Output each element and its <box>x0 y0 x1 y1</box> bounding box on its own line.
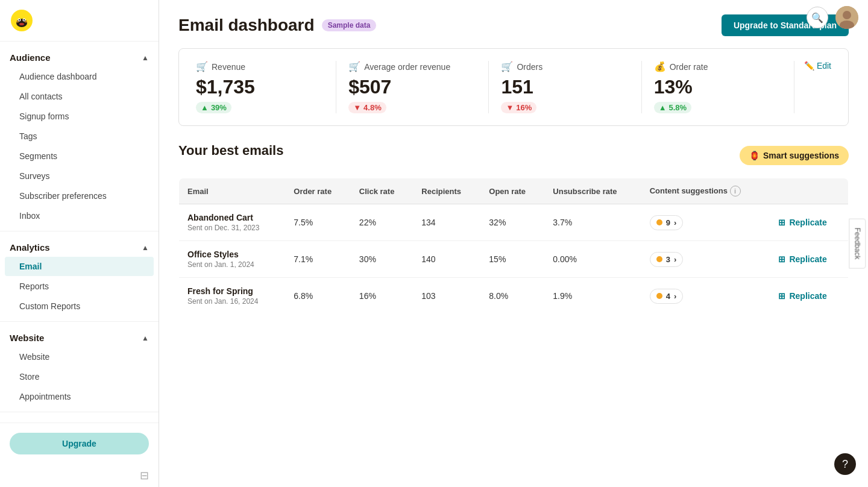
audience-item-segments[interactable]: Segments <box>5 146 154 166</box>
suggestion-count-1: 3 <box>666 255 670 264</box>
arrow-down-orders-icon: ▼ <box>506 103 514 112</box>
upgrade-button[interactable]: Upgrade <box>10 433 149 454</box>
replicate-button-0[interactable]: ⊞ Replicate <box>778 218 826 227</box>
collapse-icon[interactable]: ⊟ <box>140 469 149 482</box>
audience-section-title: Audience <box>10 52 51 63</box>
best-emails-header: Your best emails 🏮 Smart suggestions <box>178 143 849 168</box>
open-rate-2: 8.0% <box>480 278 544 315</box>
chevron-up-icon: ▲ <box>142 54 149 62</box>
smart-suggestions-button[interactable]: 🏮 Smart suggestions <box>740 146 849 165</box>
col-header-recipients: Recipients <box>413 178 480 204</box>
stat-revenue-change: ▲ 39% <box>196 102 231 113</box>
avatar[interactable] <box>835 6 858 29</box>
col-header-actions <box>770 178 848 204</box>
click-rate-2: 16% <box>351 278 413 315</box>
stat-order-rate: 💰 Order rate 13% ▲ 5.8% <box>642 61 794 113</box>
suggestions-container-1: 3 › <box>650 252 762 267</box>
stat-orders: 🛒 Orders 151 ▼ 16% <box>489 61 641 113</box>
sidebar-analytics-header[interactable]: Analytics ▲ <box>0 236 159 256</box>
audience-item-inbox[interactable]: Inbox <box>5 206 154 225</box>
stat-orders-value: 151 <box>501 76 629 98</box>
audience-item-all-contacts[interactable]: All contacts <box>5 87 154 106</box>
unsubscribe-rate-2: 1.9% <box>544 278 641 315</box>
col-header-content-suggestions: Content suggestions i <box>641 178 770 204</box>
suggestion-badge-0[interactable]: 9 › <box>650 215 684 230</box>
best-emails-title: Your best emails <box>178 143 283 159</box>
email-date-1: Sent on Jan. 1, 2024 <box>187 260 277 269</box>
suggestion-badge-1[interactable]: 3 › <box>650 252 684 267</box>
sidebar-audience-header[interactable]: Audience ▲ <box>0 46 159 66</box>
recipients-2: 103 <box>413 278 480 315</box>
website-item-appointments[interactable]: Appointments <box>5 387 154 406</box>
svg-point-4 <box>19 19 20 20</box>
dashboard-header: Email dashboard Sample data Upgrade to S… <box>178 14 849 36</box>
sample-data-badge: Sample data <box>322 19 377 31</box>
open-rate-0: 32% <box>480 204 544 241</box>
email-date-0: Sent on Dec. 31, 2023 <box>187 224 277 232</box>
replicate-icon-1: ⊞ <box>778 254 785 264</box>
open-rate-1: 15% <box>480 241 544 278</box>
click-rate-1: 30% <box>351 241 413 278</box>
sidebar-bottom: Upgrade <box>0 423 159 464</box>
help-button[interactable]: ? <box>834 453 856 475</box>
table-row: Fresh for Spring Sent on Jan. 16, 2024 6… <box>179 278 849 315</box>
search-button[interactable]: 🔍 <box>807 7 828 28</box>
stat-order-rate-label: Order rate <box>670 62 708 72</box>
chevron-right-1-icon: › <box>674 255 676 264</box>
stat-orders-change: ▼ 16% <box>501 102 536 113</box>
audience-item-signup-forms[interactable]: Signup forms <box>5 107 154 126</box>
email-cell-1: Office Styles Sent on Jan. 1, 2024 <box>179 241 286 278</box>
analytics-item-email[interactable]: Email <box>5 257 154 276</box>
table-row: Abandoned Cart Sent on Dec. 31, 2023 7.5… <box>179 204 849 241</box>
col-header-unsubscribe-rate: Unsubscribe rate <box>544 178 641 204</box>
audience-item-subscriber-preferences[interactable]: Subscriber preferences <box>5 186 154 206</box>
search-icon: 🔍 <box>811 12 823 24</box>
replicate-button-2[interactable]: ⊞ Replicate <box>778 291 826 301</box>
col-header-email: Email <box>179 178 286 204</box>
mailchimp-logo-icon <box>10 8 34 33</box>
analytics-item-custom-reports[interactable]: Custom Reports <box>5 297 154 316</box>
email-cell-2: Fresh for Spring Sent on Jan. 16, 2024 <box>179 278 286 315</box>
stat-revenue-value: $1,735 <box>196 76 324 98</box>
audience-item-surveys[interactable]: Surveys <box>5 166 154 186</box>
email-name-2: Fresh for Spring <box>187 286 277 296</box>
feedback-tab[interactable]: Feedback <box>849 219 866 269</box>
content-suggestions-info-icon[interactable]: i <box>730 186 741 196</box>
website-item-website[interactable]: Website <box>5 347 154 366</box>
website-item-store[interactable]: Store <box>5 367 154 386</box>
stat-avg-value: $507 <box>348 76 476 98</box>
stat-avg-change: ▼ 4.8% <box>348 102 386 113</box>
cart-icon-avg: 🛒 <box>348 61 360 72</box>
recipients-1: 140 <box>413 241 480 278</box>
replicate-cell-1: ⊞ Replicate <box>770 241 848 278</box>
order-rate-0: 7.5% <box>285 204 351 241</box>
analytics-item-reports[interactable]: Reports <box>5 277 154 296</box>
col-header-order-rate: Order rate <box>285 178 351 204</box>
stat-revenue: 🛒 Revenue $1,735 ▲ 39% <box>196 61 336 113</box>
svg-point-7 <box>16 21 19 23</box>
audience-item-dashboard[interactable]: Audience dashboard <box>5 67 154 86</box>
suggestion-count-0: 9 <box>666 218 670 227</box>
sidebar-website-header[interactable]: Website ▲ <box>0 327 159 347</box>
email-name-1: Office Styles <box>187 250 277 259</box>
sidebar-website-section: Website ▲ Website Store Appointments <box>0 322 159 412</box>
audience-item-tags[interactable]: Tags <box>5 127 154 146</box>
email-name-0: Abandoned Cart <box>187 213 277 222</box>
suggestions-cell-2: 4 › <box>641 278 770 315</box>
unsubscribe-rate-1: 0.00% <box>544 241 641 278</box>
replicate-button-1[interactable]: ⊞ Replicate <box>778 254 826 264</box>
sidebar-analytics-section: Analytics ▲ Email Reports Custom Reports <box>0 231 159 322</box>
edit-button[interactable]: ✏️ Edit <box>804 61 831 71</box>
stats-card: 🛒 Revenue $1,735 ▲ 39% 🛒 Average order r… <box>178 48 849 126</box>
sidebar: Audience ▲ Audience dashboard All contac… <box>0 0 159 487</box>
arrow-up-rate-icon: ▲ <box>659 103 667 112</box>
replicate-icon-0: ⊞ <box>778 218 785 227</box>
replicate-cell-2: ⊞ Replicate <box>770 278 848 315</box>
money-icon: 💰 <box>654 61 666 72</box>
stat-orders-label-row: 🛒 Orders <box>501 61 629 72</box>
suggestion-badge-2[interactable]: 4 › <box>650 289 684 304</box>
stat-order-rate-label-row: 💰 Order rate <box>654 61 782 72</box>
stat-revenue-label: Revenue <box>212 62 245 72</box>
sidebar-logo <box>0 0 159 42</box>
suggestion-dot-1 <box>656 256 662 262</box>
